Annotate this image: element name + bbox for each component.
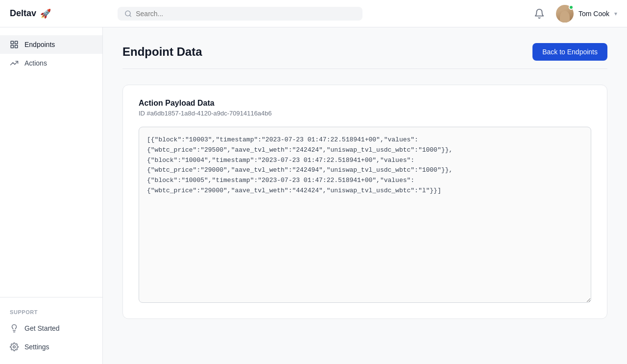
action-payload-card: Action Payload Data ID #a6db1857-1a8d-41… — [122, 85, 607, 319]
main-content: Endpoint Data Back to Endpoints Action P… — [103, 27, 627, 364]
sidebar: Endpoints Actions Support Get Started — [0, 27, 103, 364]
endpoints-icon — [10, 40, 19, 49]
notification-button[interactable] — [531, 5, 548, 23]
bell-icon — [534, 8, 545, 19]
payload-data-textarea[interactable] — [139, 127, 591, 303]
svg-line-1 — [130, 15, 131, 16]
svg-rect-5 — [15, 46, 18, 48]
sidebar-support-label: Support — [0, 301, 102, 319]
sidebar-item-settings[interactable]: Settings — [0, 338, 102, 356]
actions-icon — [10, 59, 19, 68]
svg-rect-4 — [11, 46, 13, 48]
layout: Endpoints Actions Support Get Started — [0, 27, 627, 364]
lightbulb-icon — [10, 324, 19, 333]
sidebar-label-get-started: Get Started — [24, 324, 60, 332]
page-title: Endpoint Data — [122, 45, 202, 59]
user-name: Tom Cook — [579, 10, 609, 18]
chevron-down-icon: ▾ — [614, 10, 617, 17]
card-subtitle: ID #a6db1857-1a8d-4120-a9dc-70914116a4b6 — [139, 110, 591, 117]
avatar-wrapper — [556, 5, 574, 23]
logo-emoji: 🚀 — [40, 8, 51, 19]
online-indicator — [569, 5, 574, 10]
sidebar-label-endpoints: Endpoints — [24, 41, 55, 48]
search-container — [118, 7, 362, 21]
sidebar-nav: Endpoints Actions — [0, 35, 102, 297]
sidebar-item-get-started[interactable]: Get Started — [0, 319, 102, 338]
search-icon — [124, 10, 132, 18]
search-input[interactable] — [136, 10, 356, 18]
sidebar-label-actions: Actions — [24, 59, 47, 67]
back-to-endpoints-button[interactable]: Back to Endpoints — [532, 43, 607, 61]
sidebar-item-endpoints[interactable]: Endpoints — [0, 35, 102, 54]
header: Deltav 🚀 Tom Cook ▾ — [0, 0, 627, 27]
sidebar-label-settings: Settings — [24, 343, 49, 351]
user-profile[interactable]: Tom Cook ▾ — [556, 5, 617, 23]
logo: Deltav 🚀 — [10, 8, 113, 19]
svg-rect-2 — [11, 41, 13, 44]
sidebar-item-actions[interactable]: Actions — [0, 54, 102, 72]
svg-point-8 — [13, 346, 16, 348]
sidebar-bottom: Support Get Started Settings — [0, 297, 102, 356]
logo-text: Deltav — [10, 8, 36, 19]
header-right: Tom Cook ▾ — [531, 5, 617, 23]
page-header: Endpoint Data Back to Endpoints — [122, 43, 607, 69]
settings-icon — [10, 342, 19, 351]
card-title: Action Payload Data — [139, 99, 591, 108]
svg-rect-3 — [15, 41, 18, 44]
